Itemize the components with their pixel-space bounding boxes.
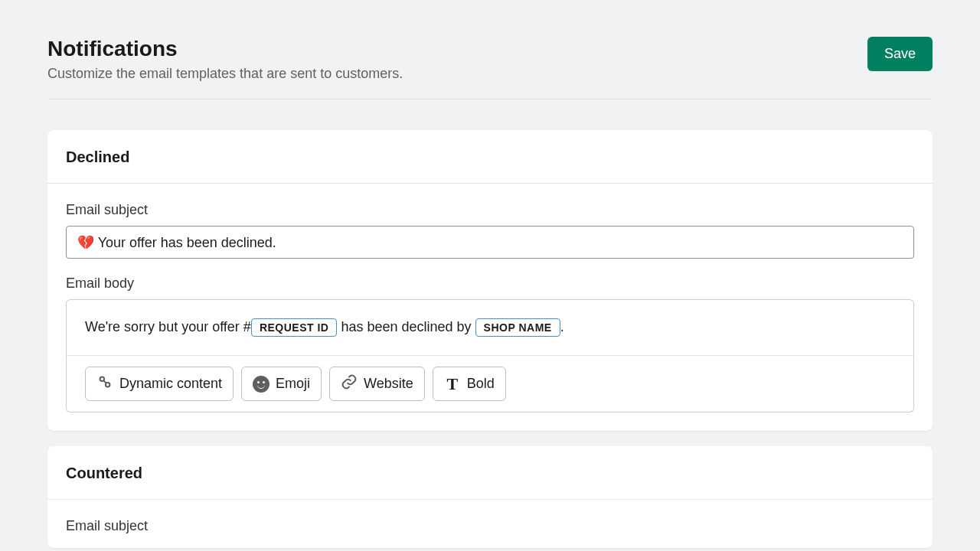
card-countered: Countered Email subject: [47, 446, 933, 548]
dynamic-content-icon: [96, 373, 113, 394]
card-title-countered: Countered: [66, 465, 914, 482]
card-declined: Declined Email subject Email body We're …: [47, 130, 933, 431]
token-request-id[interactable]: REQUEST ID: [251, 318, 338, 337]
body-text-pre: We're sorry but your offer #: [85, 319, 251, 334]
dynamic-content-label: Dynamic content: [119, 376, 222, 392]
page-title: Notifications: [47, 37, 403, 61]
subject-label-countered: Email subject: [66, 518, 914, 534]
website-label: Website: [364, 376, 413, 392]
body-editor-declined[interactable]: We're sorry but your offer #REQUEST ID h…: [66, 299, 914, 356]
body-text-post: .: [560, 319, 564, 334]
bold-button[interactable]: T Bold: [433, 367, 506, 401]
save-button[interactable]: Save: [867, 37, 933, 71]
emoji-label: Emoji: [276, 376, 310, 392]
svg-point-1: [106, 383, 110, 387]
dynamic-content-button[interactable]: Dynamic content: [85, 367, 234, 401]
website-button[interactable]: Website: [329, 367, 425, 401]
body-label: Email body: [66, 276, 914, 292]
token-shop-name[interactable]: SHOP NAME: [475, 318, 560, 337]
subject-label: Email subject: [66, 202, 914, 218]
page-subtitle: Customize the email templates that are s…: [47, 66, 403, 82]
link-icon: [341, 373, 358, 394]
emoji-button[interactable]: Emoji: [241, 367, 322, 401]
card-title-declined: Declined: [66, 148, 914, 166]
svg-point-0: [100, 377, 105, 382]
subject-input-declined[interactable]: [66, 226, 914, 259]
bold-label: Bold: [467, 376, 495, 392]
body-text-mid: has been declined by: [337, 319, 475, 334]
bold-icon: T: [444, 376, 461, 393]
page-header: Notifications Customize the email templa…: [47, 37, 933, 99]
editor-toolbar: Dynamic content Emoji: [66, 356, 914, 412]
emoji-icon: [253, 376, 270, 393]
